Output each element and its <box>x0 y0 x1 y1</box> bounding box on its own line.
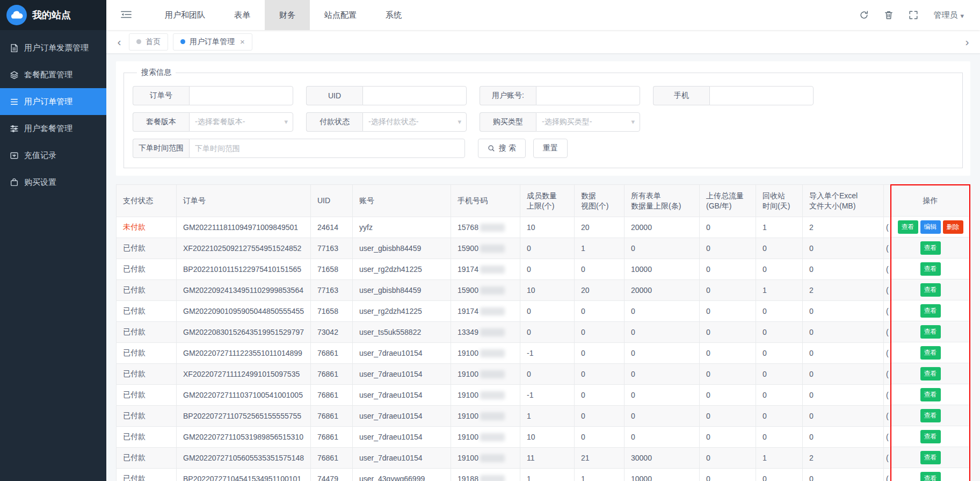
operation-cell: 查看 <box>891 468 969 481</box>
view-button[interactable]: 查看 <box>920 388 941 401</box>
tab-label: 用户订单管理 <box>190 37 235 47</box>
top-nav-item[interactable]: 财务 <box>265 0 310 30</box>
cell-forms: 0 <box>625 301 700 322</box>
sidebar-item[interactable]: 用户订单发票管理 <box>0 34 106 61</box>
view-button[interactable]: 查看 <box>920 304 941 318</box>
top-nav-item[interactable]: 用户和团队 <box>150 0 220 30</box>
view-button[interactable]: 查看 <box>920 262 941 276</box>
cell-status: 已付款 <box>117 343 177 364</box>
view-button[interactable]: 查看 <box>898 220 918 234</box>
column-header-account: 账号 <box>353 185 451 217</box>
cell-excel: 0 <box>803 343 884 364</box>
pay-status-select[interactable]: -选择付款状态- <box>362 112 467 132</box>
operation-cell: 查看 <box>891 363 969 384</box>
view-button[interactable]: 查看 <box>920 451 941 464</box>
cell-uid: 76861 <box>311 448 353 469</box>
orders-table-card: 支付状态订单号UID账号手机号码成员数量上限(个)数据视图(个)所有表单数据量上… <box>116 184 970 481</box>
cell-order: GM20220727111223551011014899 <box>177 343 311 364</box>
tab-item[interactable]: 首页 <box>129 33 168 51</box>
view-button[interactable]: 查看 <box>920 241 941 255</box>
tab-item[interactable]: 用户订单管理 <box>173 33 252 51</box>
reset-button[interactable]: 重置 <box>533 139 568 158</box>
operation-cell: 查看编辑删除 <box>891 217 969 238</box>
cell-uid: 77163 <box>311 280 353 301</box>
table-row: 已付款GM2022092413495110299985356477163user… <box>117 280 916 301</box>
cell-status: 已付款 <box>117 322 177 343</box>
search-row-3: 下单时间范围 搜 索 重置 <box>133 139 954 158</box>
account-group: 用户账号: <box>480 86 640 105</box>
fullscreen-icon[interactable] <box>909 10 918 20</box>
uid-input[interactable] <box>362 86 467 105</box>
cell-forms: 0 <box>625 406 700 427</box>
cell-forms: 0 <box>625 385 700 406</box>
cell-excel: 0 <box>803 469 884 481</box>
status-text: 已付款 <box>123 474 146 481</box>
operation-cell: 查看 <box>891 300 969 321</box>
time-range-input[interactable] <box>189 139 465 158</box>
account-input[interactable] <box>536 86 640 105</box>
table-row: 已付款GM2022090109590504485055545571658user… <box>117 301 916 322</box>
status-text: 已付款 <box>123 243 146 252</box>
operation-cell: 查看 <box>891 342 969 363</box>
cell-phone: 15900 <box>451 280 520 301</box>
delete-button[interactable]: 删除 <box>943 220 963 234</box>
buy-type-select[interactable]: -选择购买类型- <box>536 112 640 132</box>
cell-views: 0 <box>575 259 625 280</box>
sidebar-item[interactable]: 套餐配置管理 <box>0 61 106 88</box>
cell-traffic: 0 <box>700 301 756 322</box>
trash-icon[interactable] <box>884 10 894 20</box>
view-button[interactable]: 查看 <box>920 325 941 339</box>
cell-uid: 24614 <box>311 217 353 238</box>
cell-excel: 0 <box>803 406 884 427</box>
top-nav-item[interactable]: 表单 <box>220 0 265 30</box>
collapse-menu-icon[interactable] <box>120 10 132 20</box>
tabs-scroll-left-icon[interactable] <box>112 36 127 47</box>
cell-excel: 0 <box>803 322 884 343</box>
cell-recycle: 0 <box>756 427 803 448</box>
status-text: 已付款 <box>123 348 146 357</box>
phone-masked-blur <box>480 349 505 357</box>
cell-account: user_rg2dzh41225 <box>353 301 451 322</box>
cell-account: user_rg2dzh41225 <box>353 259 451 280</box>
cell-views: 0 <box>575 406 625 427</box>
sidebar-item[interactable]: 购买设置 <box>0 169 106 196</box>
admin-dropdown[interactable]: 管理员 <box>933 10 964 20</box>
cell-forms: 30000 <box>625 448 700 469</box>
cell-recycle: 0 <box>756 364 803 385</box>
orders-table-scroll[interactable]: 支付状态订单号UID账号手机号码成员数量上限(个)数据视图(个)所有表单数据量上… <box>116 184 970 481</box>
cloud-icon <box>6 5 27 25</box>
top-nav-item[interactable]: 系统 <box>371 0 416 30</box>
order-no-input[interactable] <box>189 86 293 105</box>
view-button[interactable]: 查看 <box>920 283 941 297</box>
tab-bar: 首页用户订单管理 <box>106 30 980 54</box>
cell-uid: 76861 <box>311 343 353 364</box>
phone-input[interactable] <box>709 86 814 105</box>
status-text: 已付款 <box>123 390 146 399</box>
view-button[interactable]: 查看 <box>920 409 941 422</box>
cell-uid: 73042 <box>311 322 353 343</box>
open-tabs: 首页用户订单管理 <box>129 33 257 51</box>
top-nav-item[interactable]: 站点配置 <box>310 0 371 30</box>
view-button[interactable]: 查看 <box>920 346 941 360</box>
sidebar-item[interactable]: 用户套餐管理 <box>0 115 106 142</box>
tabs-scroll-right-icon[interactable] <box>960 36 975 47</box>
package-select[interactable]: -选择套餐版本- <box>189 112 293 132</box>
sidebar-item[interactable]: 用户订单管理 <box>0 88 106 115</box>
view-button[interactable]: 查看 <box>920 367 941 381</box>
phone-prefix: 19174 <box>458 265 478 274</box>
edit-button[interactable]: 编辑 <box>920 220 941 234</box>
cell-recycle: 0 <box>756 238 803 259</box>
phone-prefix: 19188 <box>458 475 478 481</box>
close-tab-icon[interactable] <box>240 37 245 46</box>
status-text: 未付款 <box>123 222 146 231</box>
view-button[interactable]: 查看 <box>920 430 941 443</box>
cell-order: BP20220727110752565155555755 <box>177 406 311 427</box>
sidebar-item[interactable]: 充值记录 <box>0 142 106 169</box>
view-button[interactable]: 查看 <box>920 472 941 481</box>
cell-uid: 76861 <box>311 385 353 406</box>
search-button[interactable]: 搜 索 <box>478 139 526 158</box>
cell-forms: 10000 <box>625 469 700 481</box>
refresh-icon[interactable] <box>859 10 869 20</box>
table-header-row: 支付状态订单号UID账号手机号码成员数量上限(个)数据视图(个)所有表单数据量上… <box>117 185 916 217</box>
cell-traffic: 0 <box>700 406 756 427</box>
